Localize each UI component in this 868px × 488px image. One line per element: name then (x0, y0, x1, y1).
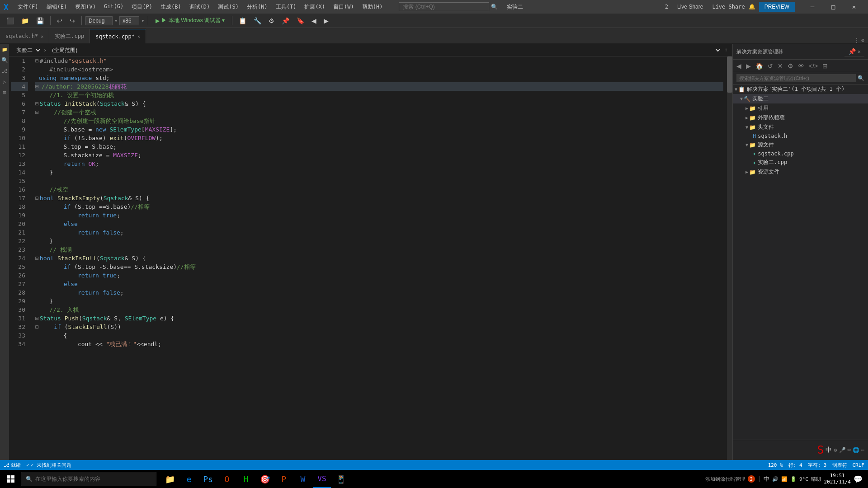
settings-icon-footer[interactable]: ⚙ (834, 447, 837, 453)
fold-32[interactable]: ⊟ (35, 323, 39, 331)
taskbar-lang[interactable]: 中 (764, 475, 769, 483)
menu-ext[interactable]: 扩展(X) (301, 2, 329, 12)
liveshare-button[interactable]: Live Share (672, 2, 708, 12)
taskbar-notifications-icon[interactable]: 💬 (854, 475, 863, 483)
tab-overflow-icon[interactable]: ⋮ (854, 37, 859, 43)
taskbar-office[interactable]: O (218, 470, 236, 488)
taskbar-search-bar[interactable]: 🔍 (21, 472, 156, 486)
tab-close-sqstack-h[interactable]: ✕ (41, 34, 43, 39)
breadcrumb-scope-select[interactable]: 实验二 (13, 46, 42, 55)
toolbar-icon-2[interactable]: 🔧 (251, 16, 264, 25)
taskbar-notif-count[interactable]: 2 (748, 475, 755, 483)
rp-filter-button[interactable]: ⊞ (821, 61, 830, 70)
activity-files-icon[interactable]: 📁 (1, 46, 8, 53)
fold-4[interactable]: ⊟ (35, 82, 39, 91)
tab-shiyaner-cpp[interactable]: 实验二.cpp (49, 29, 90, 43)
status-zoom[interactable]: 120 % (768, 462, 783, 469)
activity-debug-icon[interactable]: ▷ (1, 78, 8, 85)
activity-git-icon[interactable]: ⎇ (1, 67, 8, 75)
tree-project[interactable]: ▼ 🔨 实验二 (733, 94, 868, 103)
tab-close-sqstack-cpp[interactable]: ✕ (137, 34, 140, 39)
status-problems[interactable]: ✓ ✓ 未找到相关问题 (26, 462, 71, 469)
close-button[interactable]: ✕ (844, 0, 864, 14)
tree-extern-deps[interactable]: ▶ 📁 外部依赖项 (733, 113, 868, 122)
open-button[interactable]: 📁 (19, 16, 32, 25)
code-area[interactable]: ⊟#include"sqstack.h" #include<iostream> … (32, 56, 727, 460)
taskbar-sound-icon[interactable]: 🔊 (772, 476, 778, 482)
right-panel-search-input[interactable] (736, 74, 856, 82)
menu-tools[interactable]: 工具(T) (272, 2, 300, 12)
activity-ext-icon[interactable]: ⊞ (1, 89, 8, 96)
fold-24[interactable]: ⊟ (35, 254, 39, 263)
menu-test[interactable]: 测试(S) (214, 2, 242, 12)
fold-31[interactable]: ⊟ (35, 314, 39, 323)
taskbar-vs[interactable]: VS (313, 470, 331, 488)
status-line[interactable]: 行: 4 (788, 462, 802, 469)
taskbar-word[interactable]: W (294, 470, 312, 488)
taskbar-file-explorer[interactable]: 📁 (161, 470, 179, 488)
tree-shiyaner-cpp[interactable]: ✦ 实验二.cpp (733, 158, 868, 167)
translate-icon[interactable]: 🌐 (853, 447, 859, 453)
tree-references[interactable]: ▶ 📁 引用 (733, 103, 868, 113)
liveshare-label[interactable]: Live Share (712, 4, 745, 10)
toolbar-icon-3[interactable]: ⚙ (266, 16, 277, 25)
rp-settings-button[interactable]: ⚙ (786, 61, 795, 70)
split-editor-icon[interactable]: ⚙ (861, 37, 864, 43)
scrollbar-thumb[interactable] (727, 56, 732, 93)
tab-sqstack-h[interactable]: sqstack.h* ✕ (0, 29, 49, 43)
menu-build[interactable]: 生成(B) (157, 2, 185, 12)
rp-preview-button[interactable]: 👁 (796, 61, 806, 70)
rp-back-button[interactable]: ◀ (735, 61, 743, 70)
toolbar-icon-7[interactable]: ▶ (321, 16, 331, 25)
breadcrumb-fullscope-select[interactable]: (全局范围) (48, 46, 722, 55)
mic-icon[interactable]: 🎤 (839, 447, 846, 453)
activity-search-icon[interactable]: 🔍 (1, 56, 8, 64)
rp-code-button[interactable]: </> (807, 61, 820, 70)
menu-window[interactable]: 窗口(W) (330, 2, 358, 12)
run-debugger-button[interactable]: ▶ ▶ 本地 Windows 调试器 ▾ (152, 16, 228, 25)
status-encoding[interactable]: 制表符 (832, 462, 847, 469)
toolbar-icon-6[interactable]: ◀ (309, 16, 319, 25)
taskbar-network-icon[interactable]: 📶 (781, 476, 788, 482)
taskbar-app5[interactable]: 🎯 (256, 470, 274, 488)
tab-sqstack-cpp[interactable]: sqstack.cpp* ✕ (90, 29, 146, 43)
rp-home-button[interactable]: 🏠 (754, 61, 765, 70)
new-file-button[interactable]: ⬛ (4, 16, 17, 25)
undo-button[interactable]: ↩ (54, 16, 65, 25)
toolbar-icon-5[interactable]: 🔖 (294, 16, 307, 25)
redo-button[interactable]: ↪ (67, 16, 78, 25)
taskbar-edge[interactable]: e (180, 470, 198, 488)
tree-sqstack-cpp[interactable]: ✦ sqstack.cpp (733, 150, 868, 158)
toolbar-icon-4[interactable]: 📌 (279, 16, 292, 25)
fold-17[interactable]: ⊟ (35, 194, 39, 202)
rp-forward-button[interactable]: ▶ (744, 61, 753, 70)
taskbar-hangouts[interactable]: H (237, 470, 255, 488)
taskbar-search-input[interactable] (35, 476, 151, 482)
title-search-input[interactable] (399, 2, 489, 11)
toolbar-icon-1[interactable]: 📋 (236, 16, 249, 25)
menu-analyze[interactable]: 分析(N) (243, 2, 271, 12)
menu-view[interactable]: 视图(V) (71, 2, 99, 12)
tree-resources[interactable]: ▶ 📁 资源文件 (733, 167, 868, 177)
menu-file[interactable]: 文件(F) (14, 2, 42, 12)
add-scope-icon[interactable]: ＋ (723, 46, 729, 54)
menu-edit[interactable]: 编辑(E) (43, 2, 71, 12)
taskbar-notif-source[interactable]: 添加到源代码管理 (705, 476, 745, 483)
taskbar-photoshop[interactable]: Ps (199, 470, 217, 488)
menu-git[interactable]: Git(G) (100, 2, 127, 12)
tree-sqstack-h[interactable]: H sqstack.h (733, 132, 868, 140)
taskbar-weather[interactable]: 9°C 晴朗 (799, 476, 821, 483)
fold-1[interactable]: ⊟ (35, 56, 39, 65)
status-git[interactable]: ⎇ 就绪 (4, 462, 21, 469)
taskbar-phone[interactable]: 📱 (332, 470, 350, 488)
menu-project[interactable]: 项目(P) (128, 2, 156, 12)
more-icon[interactable]: ⋯ (861, 447, 864, 453)
menu-help[interactable]: 帮助(H) (359, 2, 387, 12)
rp-stop-button[interactable]: ✕ (776, 61, 785, 70)
status-char[interactable]: 字符: 3 (808, 462, 827, 469)
editor-scrollbar-v[interactable] (727, 56, 732, 460)
keyboard-icon[interactable]: ⌨ (848, 447, 851, 453)
minimize-button[interactable]: ─ (802, 0, 823, 14)
tree-solution[interactable]: ▼ 📋 解决方案'实验二'(1 个项目/共 1 个) (733, 84, 868, 94)
maximize-button[interactable]: □ (823, 0, 844, 14)
